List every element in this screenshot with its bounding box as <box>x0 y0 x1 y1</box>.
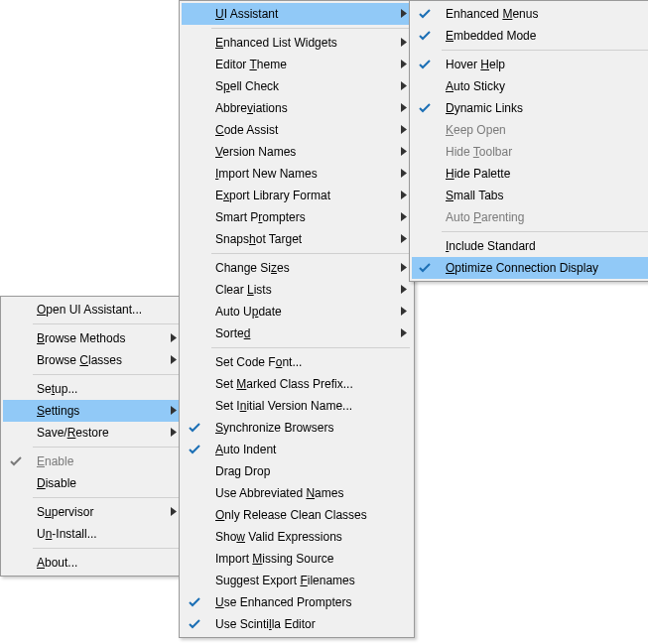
menu-item-auto-indent[interactable]: Auto Indent <box>182 439 412 460</box>
menu-item-set-code-font[interactable]: Set Code Font... <box>182 351 412 373</box>
menu-item-auto-update[interactable]: Auto Update <box>182 301 412 322</box>
check-icon <box>412 257 438 279</box>
menu-item-settings[interactable]: Settings <box>3 400 182 422</box>
menu-item-hide-toolbar: Hide Toolbar <box>412 141 648 163</box>
menu-separator <box>442 50 648 51</box>
menu-item-export-library-format[interactable]: Export Library Format <box>182 185 412 206</box>
menu-item-use-abbreviated-names[interactable]: Use Abbreviated Names <box>182 482 412 504</box>
menu-separator <box>211 28 410 29</box>
menu-item-browse-methods[interactable]: Browse Methods <box>3 327 182 349</box>
check-icon <box>412 97 438 119</box>
submenu-ui-assistant: Enhanced Menus Embedded Mode Hover Help … <box>409 0 648 282</box>
menu-item-drag-drop[interactable]: Drag Drop <box>182 460 412 482</box>
submenu-arrow-icon <box>396 328 412 339</box>
menu-item-small-tabs[interactable]: Small Tabs <box>412 185 648 206</box>
check-icon <box>412 3 438 25</box>
context-menu-root: Open UI Assistant... Browse Methods Brow… <box>0 296 185 577</box>
menu-item-import-missing-source[interactable]: Import Missing Source <box>182 548 412 570</box>
menu-item-auto-parenting: Auto Parenting <box>412 206 648 228</box>
menu-item-ui-assistant[interactable]: UI Assistant <box>182 3 412 25</box>
menu-item-setup[interactable]: Setup... <box>3 378 182 400</box>
check-icon <box>182 591 207 613</box>
menu-item-hover-help[interactable]: Hover Help <box>412 54 648 75</box>
menu-item-include-standard[interactable]: Include Standard <box>412 235 648 257</box>
menu-item-open-ui-assistant[interactable]: Open UI Assistant... <box>3 299 182 321</box>
submenu-arrow-icon <box>396 307 412 318</box>
menu-item-un-install[interactable]: Un-Install... <box>3 523 182 545</box>
menu-separator <box>33 497 180 498</box>
menu-separator <box>33 548 180 549</box>
menu-item-show-valid-expressions[interactable]: Show Valid Expressions <box>182 526 412 548</box>
menu-item-clear-lists[interactable]: Clear Lists <box>182 279 412 301</box>
menu-item-editor-theme[interactable]: Editor Theme <box>182 54 412 75</box>
menu-item-change-sizes[interactable]: Change Sizes <box>182 257 412 279</box>
menu-item-embedded-mode[interactable]: Embedded Mode <box>412 25 648 47</box>
menu-item-optimize-connection-display[interactable]: Optimize Connection Display <box>412 257 648 279</box>
menu-item-use-scintilla-editor[interactable]: Use Scintilla Editor <box>182 613 412 635</box>
menu-item-enable: Enable <box>3 451 182 472</box>
menu-separator <box>442 231 648 232</box>
menu-item-spell-check[interactable]: Spell Check <box>182 75 412 97</box>
menu-separator <box>211 253 410 254</box>
menu-item-import-new-names[interactable]: Import New Names <box>182 163 412 185</box>
submenu-arrow-icon <box>396 285 412 296</box>
menu-item-enhanced-menus[interactable]: Enhanced Menus <box>412 3 648 25</box>
menu-item-about[interactable]: About... <box>3 552 182 574</box>
menu-item-abbreviations[interactable]: Abbreviations <box>182 97 412 119</box>
menu-item-browse-classes[interactable]: Browse Classes <box>3 349 182 371</box>
menu-item-set-initial-version-name[interactable]: Set Initial Version Name... <box>182 395 412 417</box>
menu-separator <box>33 374 180 375</box>
menu-item-use-enhanced-prompters[interactable]: Use Enhanced Prompters <box>182 591 412 613</box>
menu-separator <box>211 347 410 348</box>
menu-item-save-restore[interactable]: Save/Restore <box>3 422 182 444</box>
check-icon <box>412 25 438 47</box>
check-icon <box>412 54 438 75</box>
menu-item-sorted[interactable]: Sorted <box>182 322 412 344</box>
menu-item-code-assist[interactable]: Code Assist <box>182 119 412 141</box>
menu-item-snapshot-target[interactable]: Snapshot Target <box>182 228 412 250</box>
menu-item-disable[interactable]: Disable <box>3 472 182 494</box>
menu-item-keep-open: Keep Open <box>412 119 648 141</box>
menu-item-suggest-export-filenames[interactable]: Suggest Export Filenames <box>182 570 412 591</box>
menu-item-set-marked-class-prefix[interactable]: Set Marked Class Prefix... <box>182 373 412 395</box>
check-icon <box>3 451 29 472</box>
submenu-settings: UI Assistant Enhanced List Widgets Edito… <box>179 0 415 638</box>
menu-item-smart-prompters[interactable]: Smart Prompters <box>182 206 412 228</box>
menu-item-version-names[interactable]: Version Names <box>182 141 412 163</box>
menu-item-dynamic-links[interactable]: Dynamic Links <box>412 97 648 119</box>
menu-item-synchronize-browsers[interactable]: Synchronize Browsers <box>182 417 412 439</box>
menu-item-hide-palette[interactable]: Hide Palette <box>412 163 648 185</box>
menu-item-supervisor[interactable]: Supervisor <box>3 501 182 523</box>
menu-item-enhanced-list-widgets[interactable]: Enhanced List Widgets <box>182 32 412 54</box>
menu-separator <box>33 323 180 324</box>
menu-separator <box>33 447 180 448</box>
menu-item-auto-sticky[interactable]: Auto Sticky <box>412 75 648 97</box>
menu-item-only-release-clean-classes[interactable]: Only Release Clean Classes <box>182 504 412 526</box>
check-icon <box>182 613 207 635</box>
check-icon <box>182 417 207 439</box>
check-icon <box>182 439 207 460</box>
